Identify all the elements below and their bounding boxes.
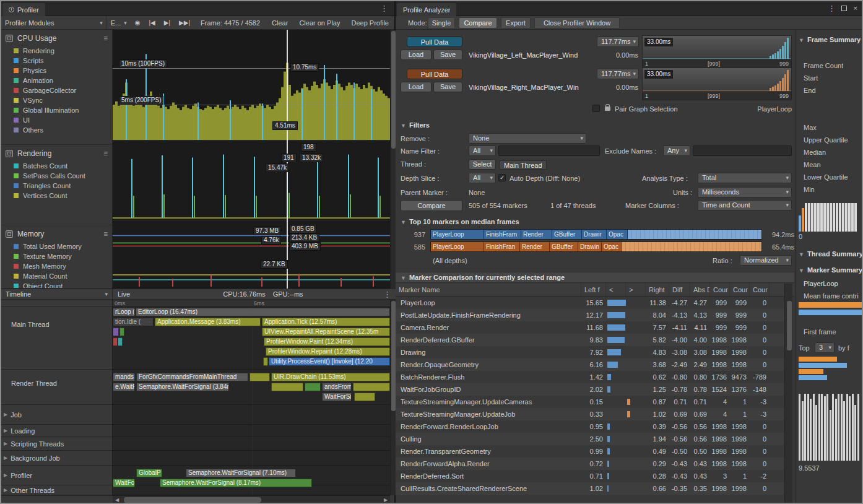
timeline-content[interactable]: 0ms 5ms rLoop (1.6EditorLoop (16.47ms)ti…: [113, 300, 390, 495]
column-header-left[interactable]: Left f: [581, 284, 606, 296]
cpu-usage-chart[interactable]: [113, 30, 390, 140]
marker-row[interactable]: Render.TransparentGeometry0.990.49-0.500…: [396, 445, 784, 458]
thread-summary-title[interactable]: ▼Thread Summary: [799, 250, 863, 258]
marker-row[interactable]: Drawing7.924.83-3.083.08199819980: [396, 346, 784, 358]
timeline-scrollbar[interactable]: [390, 300, 396, 495]
units-dropdown[interactable]: Milliseconds ▾: [698, 187, 792, 198]
legend-item-object-count[interactable]: Object Count: [1, 281, 112, 289]
timeline-span[interactable]: [113, 337, 118, 346]
timeline-scrollbar-thumb[interactable]: [391, 301, 396, 411]
tab-profiler[interactable]: Profiler: [2, 3, 45, 16]
filters-section-title[interactable]: ▼Filters: [401, 121, 430, 129]
timeline-span[interactable]: EditorLoop (16.47ms): [136, 308, 390, 316]
close-profiler-window-button[interactable]: Close Profiler Window: [534, 17, 620, 28]
timeline-span[interactable]: WaitForSig: [322, 393, 352, 401]
auto-depth-checkbox[interactable]: ✓: [498, 174, 506, 181]
legend-item-animation[interactable]: Animation: [1, 76, 112, 85]
marker-row[interactable]: Camera.Render11.687.57-4.114.119999990: [396, 321, 784, 334]
column-header-left-bar[interactable]: <: [606, 284, 626, 296]
legend-item-texture-memory[interactable]: Texture Memory: [1, 251, 112, 261]
pull-data-right-button[interactable]: Pull Data: [407, 69, 462, 79]
profiler-target-dropdown[interactable]: E... ▾: [107, 16, 131, 30]
next-frame-icon[interactable]: ▶|: [164, 19, 170, 26]
profiler-charts-area[interactable]: 10ms (100FPS) 5ms (200FPS) 10.75ms 4.51m…: [113, 30, 390, 289]
marker-row[interactable]: TextureStreamingManager.UpdateCameras0.1…: [396, 396, 784, 408]
top10-bar[interactable]: PlayerLoopFinishFranRenderGBufferDrawinO…: [430, 241, 762, 252]
marker-row[interactable]: RenderForward.RenderLoopJob0.950.39-0.56…: [396, 420, 784, 433]
top10-segment[interactable]: GBuffer: [552, 230, 582, 239]
module-header-cpu-usage[interactable]: CPU Usage≡: [1, 31, 112, 46]
top10-segment[interactable]: FinishFran: [484, 242, 520, 251]
module-menu-icon[interactable]: ≡: [103, 34, 108, 43]
comparison-scrollbar-thumb[interactable]: [787, 301, 792, 350]
timeline-span[interactable]: UIR.DrawChain (11.53ms): [271, 373, 390, 381]
legend-item-others[interactable]: Others: [1, 125, 112, 135]
export-button[interactable]: Export: [501, 17, 531, 28]
legend-item-mesh-memory[interactable]: Mesh Memory: [1, 261, 112, 271]
marker-row[interactable]: Render.OpaqueGeometry6.163.68-2.492.4919…: [396, 358, 784, 371]
mode-compare-button[interactable]: Compare: [459, 17, 497, 28]
timeline-span[interactable]: WaitForSign: [113, 479, 135, 487]
timeline-span[interactable]: [113, 328, 119, 336]
comparison-section-title[interactable]: ▼Marker Comparison for currently selecte…: [396, 272, 794, 283]
column-header-abs-diff[interactable]: Abs D: [690, 284, 710, 296]
record-icon[interactable]: ◉: [135, 19, 141, 26]
depth-slice-dropdown[interactable]: All ▾: [469, 173, 496, 183]
last-frame-icon[interactable]: ▶▶|: [179, 19, 190, 26]
marker-row[interactable]: CullResults.CreateSharedRendererScene1.0…: [396, 482, 784, 495]
top10-segment[interactable]: Opac: [607, 230, 628, 239]
tab-profile-analyzer[interactable]: Profile Analyzer: [397, 3, 456, 16]
mode-single-button[interactable]: Single: [428, 17, 455, 28]
dataset-left-range-dropdown[interactable]: 117.77ms ▾: [597, 37, 639, 47]
thread-row-render-thread[interactable]: Render Thread: [1, 370, 112, 405]
pair-graph-selection-checkbox[interactable]: [592, 105, 600, 112]
profiler-window-menu-icon[interactable]: ⋮: [380, 4, 388, 13]
charts-scrollbar[interactable]: [390, 30, 396, 289]
pull-data-left-button[interactable]: Pull Data: [407, 37, 462, 47]
marker-columns-dropdown[interactable]: Time and Count ▾: [698, 200, 792, 211]
remove-dropdown[interactable]: None ▾: [469, 133, 586, 144]
exclude-mode-dropdown[interactable]: Any ▾: [663, 146, 690, 156]
timeline-span[interactable]: [119, 328, 124, 336]
deep-profile-button[interactable]: Deep Profile: [351, 19, 389, 27]
module-menu-icon[interactable]: ≡: [103, 230, 108, 238]
top-n-dropdown[interactable]: 3 ▾: [815, 342, 835, 353]
legend-item-setpass-calls-count[interactable]: SetPass Calls Count: [1, 171, 112, 181]
top10-segment[interactable]: Drawin: [578, 242, 602, 251]
marker-row[interactable]: RenderDeferred.GBuffer9.835.82-4.004.001…: [396, 334, 784, 346]
profiler-modules-dropdown[interactable]: Profiler Modules ▾: [1, 16, 107, 30]
timeline-span[interactable]: rLoop (1.6: [113, 308, 135, 316]
top10-segment[interactable]: Render: [521, 230, 552, 239]
top10-segment[interactable]: PlayerLoop: [431, 230, 484, 239]
timeline-span[interactable]: ForGfxCommandsFromMainThread: [136, 373, 248, 381]
legend-item-vertices-count[interactable]: Vertices Count: [1, 191, 112, 201]
timeline-span[interactable]: [271, 383, 303, 391]
legend-item-garbagecollector[interactable]: GarbageCollector: [1, 85, 112, 95]
foldout-closed-icon[interactable]: ▶: [4, 472, 7, 478]
top10-segment[interactable]: Opac: [602, 242, 622, 251]
timeline-view-dropdown[interactable]: Timeline ▾: [1, 289, 113, 299]
timeline-menu-icon[interactable]: ⋮: [383, 290, 391, 299]
thread-row-scripting-threads[interactable]: ▶Scripting Threads: [1, 437, 112, 451]
name-filter-mode-dropdown[interactable]: All ▾: [469, 146, 496, 156]
marker-row[interactable]: TextureStreamingManager.UpdateJob0.331.0…: [396, 408, 784, 420]
timeline-span[interactable]: [249, 373, 270, 381]
thread-row-loading[interactable]: ▶Loading: [1, 425, 112, 437]
previous-frame-icon[interactable]: |◀: [149, 19, 155, 26]
top10-segment[interactable]: PlayerLoop: [431, 242, 484, 251]
scroll-left-icon[interactable]: ◀: [113, 496, 121, 504]
analysis-type-dropdown[interactable]: Total ▾: [698, 173, 792, 183]
marker-summary-title[interactable]: ▼Marker Summary: [799, 266, 862, 274]
timeline-span[interactable]: tion.Idle (: [113, 318, 154, 326]
foldout-closed-icon[interactable]: ▶: [4, 487, 7, 493]
module-header-memory[interactable]: Memory≡: [1, 227, 112, 241]
module-header-rendering[interactable]: Rendering≡: [1, 146, 112, 161]
legend-item-batches-count[interactable]: Batches Count: [1, 161, 112, 171]
memory-chart[interactable]: [113, 220, 390, 287]
timeline-span[interactable]: Application.Message (3.83ms): [155, 318, 261, 326]
legend-item-global-illumination[interactable]: Global Illumination: [1, 105, 112, 115]
top10-segment[interactable]: Render: [520, 242, 550, 251]
top10-segment[interactable]: GBuffer: [550, 242, 578, 251]
timeline-span[interactable]: Semaphore.WaitForSignal (3.84ms): [136, 383, 229, 391]
clear-on-play-button[interactable]: Clear on Play: [299, 19, 340, 27]
